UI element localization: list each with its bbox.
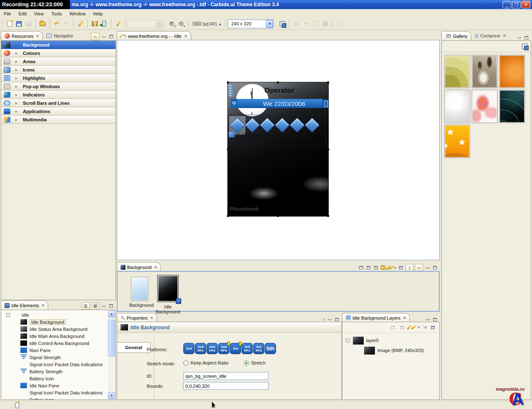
clear-edits-icon[interactable] bbox=[398, 265, 404, 271]
shortcut-icon-2[interactable] bbox=[245, 118, 260, 133]
resource-item-areas[interactable]: ▸ Areas bbox=[1, 57, 116, 66]
gallery-thumbnail-4[interactable] bbox=[444, 90, 470, 123]
new-theme-icon[interactable] bbox=[5, 20, 14, 28]
scroll-up-icon[interactable]: ▲ bbox=[108, 310, 115, 318]
platform-2nd-fp2-button[interactable]: 2nd FP2 bbox=[207, 343, 218, 354]
resolution-select[interactable]: 240 x 320 ▼ bbox=[228, 20, 273, 28]
selection-handle[interactable] bbox=[227, 215, 229, 217]
selection-handle[interactable] bbox=[227, 81, 229, 84]
view-menu-icon[interactable]: ▽ bbox=[323, 318, 325, 321]
resource-item-scrollbars[interactable]: ▸ Scroll Bars and Lines bbox=[1, 99, 116, 107]
expander-icon[interactable]: ▸ bbox=[15, 118, 19, 122]
record-icon[interactable] bbox=[302, 20, 310, 28]
link-editor-button[interactable]: ⇆ bbox=[91, 33, 99, 40]
resource-item-highlights[interactable]: ▸ Highlights bbox=[1, 74, 116, 82]
resource-item-applications[interactable]: ▸ Applications bbox=[1, 107, 116, 116]
editor-tab[interactable]: *- www.freetheme.org - - Idle ✕ bbox=[117, 31, 191, 40]
layer-edit-dropdown-icon[interactable]: ▼ bbox=[417, 326, 420, 329]
layer-wizard-icon[interactable] bbox=[407, 325, 411, 330]
paste-layer-icon[interactable] bbox=[399, 325, 405, 330]
tree-item-battery-strength[interactable]: Battery Strength bbox=[1, 368, 116, 375]
selection-handle[interactable] bbox=[327, 215, 329, 217]
panel-maximize-icon[interactable] bbox=[108, 34, 114, 39]
tab-idle-elements[interactable]: Idle Elements ✕ bbox=[1, 301, 48, 310]
layer-row-image[interactable]: Image (BMP, 240x320) bbox=[342, 345, 439, 355]
tree-view-button[interactable]: ⊞ bbox=[91, 302, 99, 310]
shortcut-icon-6[interactable] bbox=[305, 118, 320, 133]
gallery-settings-icon[interactable] bbox=[522, 44, 527, 49]
tree-item-idle-root[interactable]: − Idle bbox=[1, 311, 116, 318]
gallery-thumbnail-6[interactable] bbox=[499, 90, 525, 123]
tab-components[interactable]: ⛓ Compone ✕ bbox=[471, 31, 509, 40]
resource-item-multimedia[interactable]: ▸ Multimedia bbox=[1, 116, 116, 124]
tab-idle-background-layers[interactable]: Idle Background Layers ✕ bbox=[342, 313, 410, 322]
layer-order-icon[interactable]: ⁝≡ bbox=[423, 325, 427, 330]
menu-window[interactable]: Window bbox=[66, 10, 89, 17]
selection-handle[interactable] bbox=[277, 81, 279, 84]
shortcut-icon-5[interactable] bbox=[290, 118, 305, 133]
resource-item-background[interactable]: ▸ Background bbox=[1, 41, 116, 49]
collapse-icon[interactable]: − bbox=[346, 339, 350, 342]
undo-icon[interactable]: ↶ bbox=[52, 20, 61, 28]
tab-background[interactable]: Background ✕ bbox=[117, 262, 161, 271]
tree-item-idle-main-area-bg[interactable]: Idle Main Area Background bbox=[1, 333, 116, 340]
tree-item-signal-strength[interactable]: Signal Strength bbox=[1, 354, 116, 361]
play-preview-icon[interactable]: ▶ bbox=[292, 20, 301, 28]
menu-help[interactable]: Help bbox=[89, 10, 106, 17]
theme-wizard-icon[interactable] bbox=[76, 20, 85, 28]
minimize-button[interactable]: _ bbox=[502, 1, 511, 8]
tree-item-idle-navi-pane[interactable]: Idle Navi Pane bbox=[1, 382, 116, 389]
open-icon[interactable] bbox=[38, 20, 47, 28]
redo-icon[interactable]: ↷ bbox=[62, 20, 71, 28]
scrollbar-thumb[interactable] bbox=[108, 320, 115, 356]
shortcut-icon-4[interactable] bbox=[275, 118, 290, 133]
layer-row-layer0[interactable]: − layer0 bbox=[342, 335, 439, 345]
background-tab-close-icon[interactable]: ✕ bbox=[153, 265, 158, 269]
close-button[interactable]: ✕ bbox=[522, 1, 530, 8]
tree-item-idle-background[interactable]: Idle Background bbox=[1, 318, 116, 325]
editor-tab-close-icon[interactable]: ✕ bbox=[183, 34, 187, 38]
package-theme-icon[interactable] bbox=[90, 20, 99, 28]
bounds-field[interactable] bbox=[183, 382, 268, 390]
expander-icon[interactable]: ▸ bbox=[15, 93, 19, 97]
save-icon[interactable] bbox=[15, 20, 23, 28]
tree-item-battery-icon-2[interactable]: Battery Icon bbox=[1, 396, 116, 400]
background-skin-thumbnail[interactable] bbox=[131, 277, 148, 301]
properties-tab-close-icon[interactable]: ✕ bbox=[149, 316, 153, 320]
resource-item-colours[interactable]: ▸ Colours bbox=[1, 49, 116, 57]
timer-icon[interactable] bbox=[335, 20, 344, 28]
expander-icon[interactable]: ▸ bbox=[15, 59, 19, 64]
expander-icon[interactable]: ▸ bbox=[15, 76, 19, 80]
components-tab-close-icon[interactable]: ✕ bbox=[502, 34, 506, 38]
platform-2nd-fp3-button[interactable]: 2nd FP3 bbox=[218, 343, 229, 354]
platform-3rd-fp2-button[interactable]: 3rd FP2 bbox=[253, 343, 264, 354]
idle-elements-scrollbar[interactable]: ▲ ▼ bbox=[108, 310, 115, 399]
tab-resources[interactable]: Resources ✕ bbox=[1, 31, 43, 40]
selection-handle[interactable] bbox=[227, 148, 229, 150]
gallery-thumbnail-1[interactable] bbox=[444, 55, 470, 88]
selection-handle[interactable] bbox=[277, 215, 279, 217]
selection-handle[interactable] bbox=[327, 148, 329, 150]
gallery-thumbnail-2[interactable] bbox=[472, 55, 498, 88]
stretch-radio[interactable]: Stretch bbox=[244, 360, 266, 366]
tree-item-idle-control-area-bg[interactable]: Idle Control Area Background bbox=[1, 340, 116, 347]
panel-maximize-icon[interactable] bbox=[108, 303, 114, 309]
tab-gallery[interactable]: Gallery bbox=[441, 31, 471, 40]
panel-minimize-icon[interactable] bbox=[101, 303, 107, 309]
gallery-thumbnail-3[interactable] bbox=[499, 55, 525, 88]
expander-icon[interactable]: ▸ bbox=[15, 84, 19, 89]
platform-3rd-button[interactable]: 3rd bbox=[230, 343, 241, 354]
panel-maximize-icon[interactable] bbox=[523, 35, 530, 40]
menu-file[interactable]: File bbox=[0, 10, 15, 17]
expander-icon[interactable]: ▸ bbox=[15, 101, 19, 105]
deploy-to-phone-icon[interactable]: ◀ bbox=[100, 20, 108, 28]
phone-preview[interactable]: Operator Ψ We 22/03/2006 Calendar Events… bbox=[228, 82, 328, 216]
layers-tab-close-icon[interactable]: ✕ bbox=[402, 316, 406, 320]
resource-item-indicators[interactable]: ▸ Indicators bbox=[1, 91, 116, 99]
stop-icon[interactable] bbox=[321, 20, 330, 28]
menu-tools[interactable]: Tools bbox=[47, 10, 66, 17]
panel-minimize-icon[interactable] bbox=[516, 35, 522, 40]
orientation-icon[interactable] bbox=[278, 20, 287, 28]
collapse-icon[interactable]: − bbox=[6, 313, 10, 317]
panel-minimize-icon[interactable] bbox=[101, 34, 107, 39]
